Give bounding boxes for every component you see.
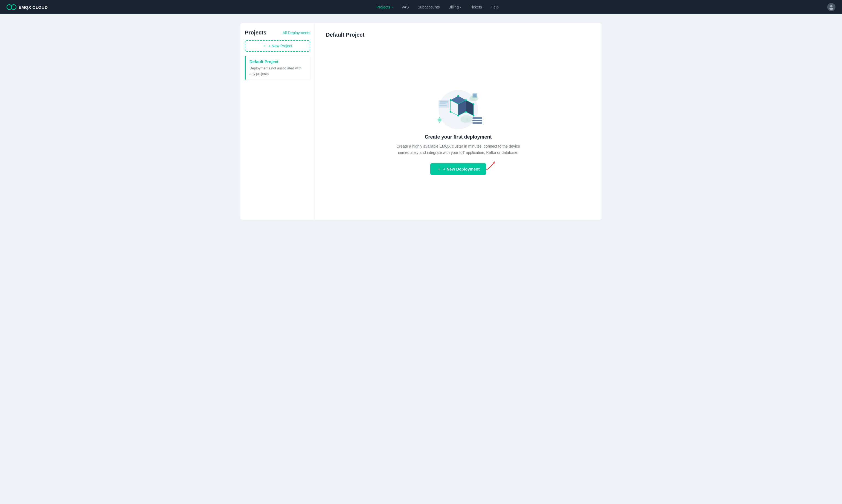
nav-billing[interactable]: Billing ▾ xyxy=(449,5,461,9)
empty-state-title: Create your first deployment xyxy=(425,134,492,140)
sidebar-header: Projects All Deployments xyxy=(245,30,310,36)
svg-point-2 xyxy=(830,5,832,7)
main-nav: Projects ▾ VAS Subaccounts Billing ▾ Tic… xyxy=(376,5,499,9)
avatar[interactable] xyxy=(827,3,836,11)
svg-point-3 xyxy=(829,8,833,10)
svg-rect-6 xyxy=(439,102,448,103)
projects-chevron-icon: ▾ xyxy=(392,6,393,9)
header: EMQX CLOUD Projects ▾ VAS Subaccounts Bi… xyxy=(0,0,842,14)
svg-rect-8 xyxy=(439,105,447,106)
empty-state-description: Create a highly available EMQX cluster i… xyxy=(387,143,529,156)
svg-point-31 xyxy=(473,115,474,116)
default-project-item[interactable]: Default Project Deployments not associat… xyxy=(245,56,310,79)
nav-subaccounts[interactable]: Subaccounts xyxy=(418,5,440,9)
svg-point-30 xyxy=(465,111,467,113)
svg-point-25 xyxy=(458,95,459,97)
new-deployment-wrapper: ＋ + New Deployment xyxy=(430,163,486,175)
nav-vas[interactable]: VAS xyxy=(401,5,409,9)
svg-point-27 xyxy=(473,103,474,105)
new-project-plus-icon: ＋ xyxy=(263,43,267,48)
billing-chevron-icon: ▾ xyxy=(460,6,461,9)
empty-state: Create your first deployment Create a hi… xyxy=(326,49,590,211)
header-right xyxy=(827,3,836,11)
page-title: Default Project xyxy=(326,32,364,38)
svg-point-24 xyxy=(450,99,451,101)
main-content: Default Project xyxy=(315,23,602,220)
svg-rect-34 xyxy=(472,117,482,119)
sidebar-title: Projects xyxy=(245,30,267,36)
nav-projects[interactable]: Projects ▾ xyxy=(376,5,393,9)
sidebar: Projects All Deployments ＋ + New Project… xyxy=(240,23,315,220)
deployment-illustration xyxy=(431,85,485,134)
new-deployment-button[interactable]: ＋ + New Deployment xyxy=(430,163,486,175)
main-wrapper: Projects All Deployments ＋ + New Project… xyxy=(0,14,842,504)
logo-text: EMQX CLOUD xyxy=(19,5,48,10)
nav-tickets[interactable]: Tickets xyxy=(470,5,482,9)
svg-rect-7 xyxy=(439,103,446,104)
svg-point-28 xyxy=(450,111,451,113)
nav-help[interactable]: Help xyxy=(491,5,499,9)
logo-icon xyxy=(6,4,16,11)
project-name: Default Project xyxy=(250,59,306,64)
all-deployments-link[interactable]: All Deployments xyxy=(282,31,310,35)
svg-rect-35 xyxy=(472,120,482,121)
svg-point-38 xyxy=(438,119,441,121)
svg-rect-36 xyxy=(472,122,482,124)
project-description: Deployments not associated with any proj… xyxy=(250,66,306,76)
svg-rect-33 xyxy=(473,94,477,97)
new-project-button[interactable]: ＋ + New Project xyxy=(245,40,310,52)
new-deployment-label: + New Deployment xyxy=(443,167,480,172)
svg-point-26 xyxy=(465,99,467,101)
new-project-label: + New Project xyxy=(268,44,292,48)
content-card: Projects All Deployments ＋ + New Project… xyxy=(240,23,602,220)
new-deployment-plus-icon: ＋ xyxy=(437,166,441,172)
svg-point-29 xyxy=(458,115,459,116)
logo-area: EMQX CLOUD xyxy=(6,4,48,11)
svg-point-45 xyxy=(466,117,472,123)
arrow-annotation xyxy=(483,160,497,172)
